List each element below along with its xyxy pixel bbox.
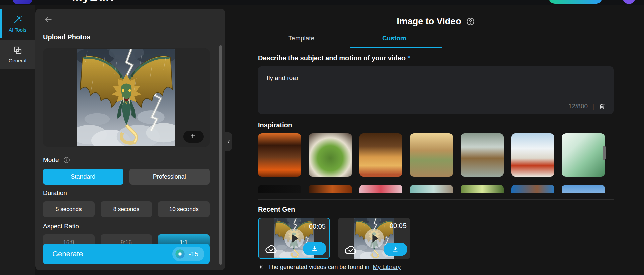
inspiration-title: Inspiration	[258, 121, 614, 129]
inspiration-row-1	[258, 133, 614, 177]
sidebar-item-general[interactable]: General	[0, 40, 35, 69]
active-tab-underline	[350, 47, 442, 48]
inspiration-beach-waves-aerial[interactable]	[410, 185, 453, 193]
inspiration-row-2	[258, 185, 614, 193]
sidebar-item-ai-tools[interactable]: AI Tools	[0, 9, 35, 38]
download-icon	[392, 246, 399, 253]
aspect-ratio-label: Aspect Ratio	[43, 222, 210, 231]
credit-gem-icon	[175, 249, 185, 259]
magic-wand-icon	[13, 15, 23, 25]
tab-template[interactable]: Template	[288, 35, 314, 42]
inspiration-capybara-hot-spring[interactable]	[461, 133, 504, 177]
chevron-left-icon	[226, 139, 231, 144]
download-button[interactable]	[303, 242, 326, 255]
inspiration-grilled-steak-flames[interactable]	[258, 133, 301, 177]
mode-standard-button[interactable]: Standard	[43, 169, 123, 185]
image-to-video-main: Image to Video Template Custom Describe …	[225, 5, 644, 275]
overlap-squares-icon	[13, 45, 23, 55]
recent-gen-row: 00:05 00:05	[258, 218, 614, 259]
inspiration-dog-running-path[interactable]	[410, 133, 453, 177]
credit-cost-badge: -15	[172, 247, 204, 261]
video-duration-badge: 00:05	[390, 222, 407, 230]
inspiration-polar-bear-red-scarf[interactable]	[511, 133, 554, 177]
icon-sidebar: AI Tools General	[0, 5, 35, 275]
back-button[interactable]	[44, 15, 54, 24]
inspiration-coral-reef-underwater[interactable]	[511, 185, 554, 193]
recent-video-card[interactable]: 00:05	[258, 218, 330, 259]
inspiration-blue-sky-clouds[interactable]	[562, 185, 605, 193]
inspiration-dark-night-scene[interactable]	[258, 185, 301, 193]
uploaded-photo-box[interactable]	[43, 48, 210, 147]
image-to-video-settings-panel: Upload Photos Mode Standard Professional…	[35, 9, 225, 270]
inspiration-pink-red-liquid-splash[interactable]	[359, 185, 402, 193]
recent-gen-title: Recent Gen	[258, 205, 614, 213]
sparkle-icon	[258, 264, 265, 271]
arrow-left-icon	[44, 15, 53, 24]
crop-button[interactable]	[183, 131, 204, 143]
upload-photos-title: Upload Photos	[43, 32, 210, 41]
prompt-value: fly and roar	[267, 74, 605, 82]
section-divider	[258, 199, 614, 200]
sidebar-item-label: AI Tools	[9, 27, 26, 33]
app-logo[interactable]	[13, 0, 32, 4]
topbar-upgrade-button[interactable]	[549, 0, 602, 4]
inspiration-scrollbar[interactable]	[603, 146, 606, 160]
tab-custom[interactable]: Custom	[382, 35, 406, 42]
cloud-saved-icon	[265, 244, 278, 254]
footer-separator: |	[592, 102, 594, 110]
collapse-panel-handle[interactable]	[225, 132, 232, 151]
inspiration-forest-sun-rays[interactable]	[461, 185, 504, 193]
top-bar: MyEdit	[0, 0, 644, 5]
generate-button[interactable]: Generate -15	[43, 244, 210, 264]
duration-label: Duration	[43, 189, 210, 197]
credit-cost-value: -15	[189, 250, 198, 258]
prompt-label: Describe the subject and motion of your …	[258, 54, 614, 62]
panel-scrollbar[interactable]	[219, 45, 222, 265]
footer-text: The generated videos can be found in	[268, 264, 369, 271]
mode-label: Mode	[43, 156, 59, 164]
duration-5s-button[interactable]: 5 seconds	[43, 201, 95, 217]
inspiration-fresh-salad-bowl[interactable]	[309, 133, 352, 177]
help-icon[interactable]	[466, 17, 475, 26]
uploaded-dragon-image	[77, 49, 175, 146]
inspiration-pancakes-syrup-strawberries[interactable]	[359, 133, 402, 177]
brand-name: MyEdit	[72, 0, 114, 4]
prompt-textarea[interactable]: fly and roar 12/800 |	[258, 66, 614, 114]
inspiration-green-skincare-products[interactable]	[562, 133, 605, 177]
duration-10s-button[interactable]: 10 seconds	[158, 201, 210, 217]
cloud-saved-icon	[344, 244, 358, 255]
my-library-link[interactable]: My Library	[373, 264, 401, 271]
mode-professional-button[interactable]: Professional	[129, 169, 210, 185]
play-icon[interactable]	[365, 229, 384, 248]
play-icon[interactable]	[284, 229, 304, 248]
mode-tabs: Template Custom	[258, 32, 614, 47]
user-avatar[interactable]	[623, 0, 635, 4]
video-duration-badge: 00:05	[309, 223, 326, 230]
download-icon	[311, 245, 318, 252]
required-asterisk: *	[408, 54, 410, 62]
recent-video-card[interactable]: 00:05	[338, 218, 410, 259]
sidebar-item-label: General	[9, 58, 26, 63]
char-count: 12/800	[568, 102, 588, 110]
inspiration-bottle-with-flames[interactable]	[309, 185, 352, 193]
duration-8s-button[interactable]: 8 seconds	[101, 201, 152, 217]
crop-icon	[190, 133, 197, 140]
generate-label: Generate	[52, 250, 83, 258]
download-button[interactable]	[384, 243, 407, 256]
trash-icon[interactable]	[599, 102, 606, 110]
page-title: Image to Video	[397, 16, 461, 27]
info-icon[interactable]	[63, 156, 70, 164]
